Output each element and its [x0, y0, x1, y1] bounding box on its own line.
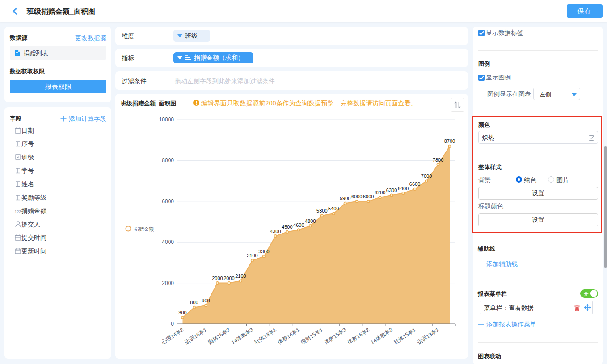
svg-text:4500: 4500 [282, 224, 292, 230]
svg-text:5300: 5300 [316, 208, 327, 213]
svg-text:8000: 8000 [162, 157, 174, 163]
svg-text:体教16本2: 体教16本2 [346, 326, 371, 346]
svg-text:捐赠金额: 捐赠金额 [134, 226, 154, 232]
svg-text:800: 800 [190, 300, 198, 305]
svg-text:心理14本2: 心理14本2 [160, 326, 185, 346]
svg-text:300: 300 [178, 310, 186, 315]
svg-text:6000: 6000 [363, 194, 374, 199]
svg-text:6400: 6400 [398, 186, 409, 191]
svg-text:社体13本1: 社体13本1 [253, 326, 278, 346]
svg-text:理财15专1: 理财15专1 [299, 326, 324, 346]
svg-text:3300: 3300 [258, 249, 269, 254]
svg-text:社体15本1: 社体15本1 [392, 326, 417, 346]
svg-text:4800: 4800 [305, 218, 316, 224]
svg-text:14体教本2: 14体教本2 [369, 326, 394, 346]
svg-text:14体教本3: 14体教本3 [230, 326, 255, 346]
svg-text:运训13本1: 运训13本1 [416, 326, 440, 346]
svg-text:8700: 8700 [444, 138, 455, 144]
svg-text:2000: 2000 [223, 276, 234, 281]
svg-text:6300: 6300 [386, 188, 397, 193]
svg-text:2000: 2000 [212, 276, 223, 281]
svg-text:7000: 7000 [421, 173, 432, 179]
svg-text:5400: 5400 [328, 206, 339, 211]
svg-text:3100: 3100 [247, 253, 257, 258]
svg-text:4300: 4300 [270, 229, 281, 234]
svg-text:7800: 7800 [433, 157, 443, 163]
svg-text:10000: 10000 [159, 117, 174, 123]
svg-text:运训16本1: 运训16本1 [184, 326, 208, 346]
svg-text:6200: 6200 [375, 190, 385, 195]
svg-text:体教15本3: 体教15本3 [323, 326, 348, 346]
svg-text:体教14本1: 体教14本1 [277, 326, 301, 346]
svg-text:900: 900 [202, 298, 210, 303]
svg-text:4000: 4000 [162, 239, 174, 245]
svg-text:5900: 5900 [340, 196, 350, 201]
svg-text:2000: 2000 [162, 280, 174, 286]
svg-text:2100: 2100 [235, 273, 246, 279]
svg-text:园林16本2: 园林16本2 [207, 326, 232, 346]
svg-text:6000: 6000 [351, 194, 362, 199]
svg-text:4600: 4600 [293, 222, 304, 228]
svg-text:6600: 6600 [409, 181, 420, 187]
svg-text:6000: 6000 [162, 198, 174, 205]
svg-text:0: 0 [171, 321, 174, 327]
